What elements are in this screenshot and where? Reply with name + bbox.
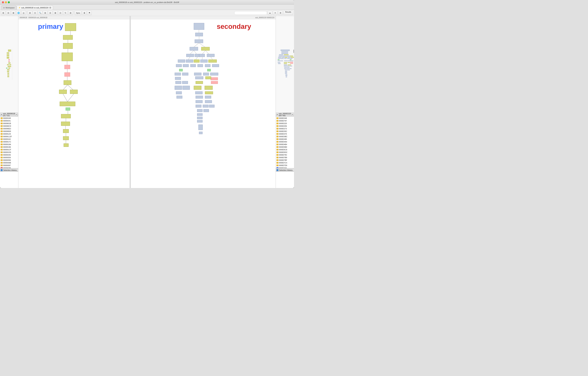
left-list-panel: ⬆ sub_0000901B (21 / 21) ✕ ⚙ 00009168 00…	[0, 113, 18, 168]
svg-rect-149	[288, 62, 290, 63]
svg-line-37	[67, 94, 74, 102]
toolbar-btn-1[interactable]: ⊞	[1, 11, 6, 15]
svg-rect-120	[282, 52, 288, 53]
svg-rect-73	[194, 60, 200, 62]
svg-rect-96	[196, 81, 203, 84]
tab-close-button[interactable]: ×	[49, 7, 51, 9]
list-item[interactable]: 00009112F	[0, 135, 18, 138]
toolbar-btn-6[interactable]: ⊞	[28, 11, 32, 15]
svg-rect-89	[211, 77, 218, 80]
list-item[interactable]: 0000D348	[276, 117, 294, 120]
item-icon	[276, 125, 278, 127]
list-item[interactable]: 0000D79C	[276, 154, 294, 156]
sync-button[interactable]: Sync	[75, 11, 82, 15]
list-item[interactable]: 00009346	[0, 154, 18, 156]
svg-line-59	[190, 50, 194, 54]
svg-rect-168	[286, 76, 287, 77]
list-item[interactable]: 00009341	[0, 120, 18, 122]
list-item[interactable]: 0000D7B9	[276, 156, 294, 159]
list-item[interactable]: 000091D5	[0, 151, 18, 154]
right-list[interactable]: 0000D348 0000D797 0000D220 0000D256 0000…	[276, 117, 294, 168]
list-item[interactable]: 0000D7BF	[276, 159, 294, 161]
toolbar-btn-4[interactable]: 🌐	[16, 11, 21, 15]
svg-rect-116	[197, 120, 202, 122]
toolbar-btn-up[interactable]: ▲	[268, 11, 272, 15]
item-icon	[276, 120, 278, 122]
list-item[interactable]: 0000D7C4	[276, 161, 294, 164]
list-item[interactable]: 00009168	[0, 117, 18, 120]
list-item[interactable]: 0000D35C	[276, 130, 294, 133]
tab-diff[interactable]: ⚡ sub_0000901B vs sub_0000D220 ×	[17, 5, 53, 10]
toolbar-btn-14[interactable]: ⊞	[68, 11, 73, 15]
toolbar-btn-10[interactable]: ⊟	[48, 11, 52, 15]
toolbar-btn-monitor[interactable]: 🖥	[82, 11, 87, 15]
list-item[interactable]: 00009129	[0, 133, 18, 135]
list-item[interactable]: 0000935E	[0, 159, 18, 161]
toolbar-btn-7[interactable]: ⊡	[33, 11, 37, 15]
svg-rect-125	[283, 55, 286, 56]
list-item[interactable]: 0000D3BC	[276, 135, 294, 138]
svg-rect-43	[61, 122, 70, 126]
list-item[interactable]: 00009387	[0, 164, 18, 167]
toolbar-btn-12[interactable]: ⊡	[58, 11, 63, 15]
tab-workspace[interactable]: 🗂 Workspace	[1, 5, 16, 10]
list-item[interactable]: 0000D5C8	[276, 148, 294, 151]
list-item[interactable]: 0000901B	[0, 122, 18, 125]
list-item[interactable]: 0000D7D0	[276, 164, 294, 167]
left-sel-hist-label: Selection History	[3, 169, 17, 171]
left-list-title: sub_0000901B (21 / 21)	[3, 113, 15, 117]
left-list-scroll-btn[interactable]: ⬆	[1, 113, 2, 116]
list-item[interactable]: 0000D5B0	[276, 146, 294, 148]
list-item[interactable]: 0000D4A4	[276, 141, 294, 143]
right-sel-hist-label: Selection History	[279, 169, 293, 171]
search-input[interactable]	[234, 11, 267, 15]
right-list-scroll-btn[interactable]: ⬆	[276, 113, 278, 116]
toolbar-btn-3[interactable]: ⊠	[11, 11, 16, 15]
item-icon	[1, 128, 3, 130]
right-list-panel: ⬆ sub_0000D220 (83 / 83) ✕ ⚙ 0000D348 00…	[276, 113, 294, 168]
toolbar-btn-9[interactable]: ⊞	[43, 11, 47, 15]
toolbar-btn-settings[interactable]: ⚙	[278, 11, 283, 15]
minimize-button[interactable]	[5, 1, 7, 3]
list-item[interactable]: 0000D4B4	[276, 143, 294, 146]
toolbar-btn-close[interactable]: ✕	[273, 11, 277, 15]
svg-line-67	[188, 57, 190, 60]
svg-rect-7	[7, 64, 9, 65]
toolbar-btn-8[interactable]: 🔍	[38, 11, 42, 15]
results-button[interactable]: Results	[283, 11, 293, 15]
toolbar-btn-11[interactable]: ⊠	[53, 11, 58, 15]
left-graph-panel[interactable]: 0000901B 0000901B sub_0000901B primary	[18, 16, 130, 188]
list-item[interactable]: 0000D273	[276, 127, 294, 130]
left-list-close-btn[interactable]: ✕	[16, 113, 17, 116]
toolbar-btn-5[interactable]: ◎	[21, 11, 26, 15]
list-item[interactable]: 000091CF	[0, 148, 18, 151]
list-item[interactable]: 00009289	[0, 167, 18, 168]
list-item[interactable]: 0000918A	[0, 143, 18, 146]
list-item[interactable]: 00009162	[0, 138, 18, 141]
list-item[interactable]: 0000D797	[276, 120, 294, 122]
list-item[interactable]: 0000D5DC	[276, 151, 294, 154]
list-item[interactable]: 0000D490	[276, 138, 294, 141]
right-list-close-btn[interactable]: ✕	[292, 113, 293, 116]
list-item[interactable]: 0000D220	[276, 122, 294, 125]
svg-rect-90	[211, 81, 218, 84]
toolbar-btn-13[interactable]: ↻	[63, 11, 68, 15]
list-item[interactable]: 000090C9	[0, 125, 18, 127]
list-item[interactable]: 0000D264	[276, 167, 294, 168]
list-item[interactable]: 00009359	[0, 156, 18, 159]
left-list[interactable]: 00009168 00009341 0000901B 000090C9 0000…	[0, 117, 18, 168]
list-item[interactable]: 0000D256	[276, 125, 294, 127]
maximize-button[interactable]	[8, 1, 10, 3]
close-button[interactable]	[2, 1, 4, 3]
toolbar-btn-2[interactable]: ⊟	[6, 11, 11, 15]
list-item[interactable]: 000090E8	[0, 130, 18, 133]
toolbar-btn-flag[interactable]: ⚑	[87, 11, 92, 15]
list-item[interactable]: 0000919E	[0, 146, 18, 148]
list-item[interactable]: 0000D370	[276, 133, 294, 135]
svg-rect-54	[195, 40, 203, 43]
list-item[interactable]: 000090E3	[0, 127, 18, 130]
list-item[interactable]: 0000936B	[0, 161, 18, 164]
list-item[interactable]: 0000917C	[0, 141, 18, 143]
svg-rect-129	[282, 57, 285, 58]
right-graph-panel[interactable]: sub_0000D220 0000D220 secondary	[131, 16, 276, 188]
